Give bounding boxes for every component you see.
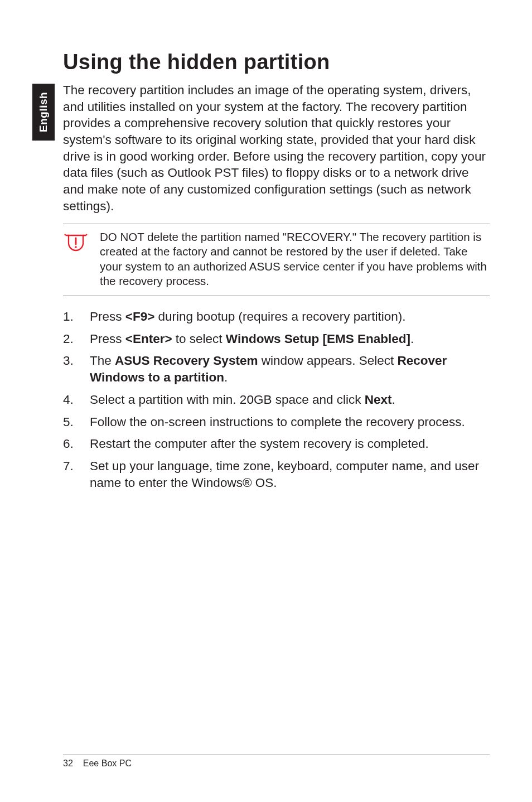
list-item: Select a partition with min. 20GB space …: [63, 392, 490, 408]
step-text: Set up your language, time zone, keyboar…: [90, 459, 479, 490]
list-item: Set up your language, time zone, keyboar…: [63, 458, 490, 491]
warning-box: DO NOT delete the partition named "RECOV…: [63, 224, 490, 297]
key-enter: <Enter>: [125, 332, 172, 346]
svg-point-1: [75, 246, 77, 248]
steps-list: Press <F9> during bootup (requires a rec…: [63, 308, 490, 491]
step-text: Select a partition with min. 20GB space …: [90, 393, 365, 407]
button-next: Next: [365, 393, 392, 407]
option-ems: Windows Setup [EMS Enabled]: [226, 332, 410, 346]
step-text: during bootup (requires a recovery parti…: [154, 310, 405, 323]
warning-icon: [64, 232, 88, 255]
list-item: Press <Enter> to select Windows Setup [E…: [63, 331, 490, 347]
list-item: Follow the on-screen instructions to com…: [63, 414, 490, 431]
step-text: .: [224, 370, 228, 384]
key-f9: <F9>: [125, 310, 155, 323]
list-item: Restart the computer after the system re…: [63, 436, 490, 452]
page-footer: 32 Eee Box PC: [63, 755, 490, 769]
step-text: Press: [90, 332, 125, 346]
step-text: The: [90, 354, 115, 368]
page-heading: Using the hidden partition: [63, 50, 490, 74]
page-number: 32: [63, 758, 73, 769]
step-text: Press: [90, 310, 125, 323]
step-text: .: [392, 393, 395, 407]
step-text: Restart the computer after the system re…: [90, 437, 429, 451]
step-text: .: [410, 332, 414, 346]
step-text: Follow the on-screen instructions to com…: [90, 415, 465, 429]
step-text: window appears. Select: [258, 354, 397, 368]
list-item: The ASUS Recovery System window appears.…: [63, 352, 490, 385]
warning-text: DO NOT delete the partition named "RECOV…: [100, 230, 490, 289]
window-name: ASUS Recovery System: [115, 354, 258, 368]
step-text: to select: [172, 332, 226, 346]
list-item: Press <F9> during bootup (requires a rec…: [63, 308, 490, 325]
page-content: Using the hidden partition The recovery …: [63, 50, 490, 496]
language-tab: English: [32, 84, 55, 141]
intro-paragraph: The recovery partition includes an image…: [63, 82, 490, 215]
product-name: Eee Box PC: [83, 758, 132, 769]
